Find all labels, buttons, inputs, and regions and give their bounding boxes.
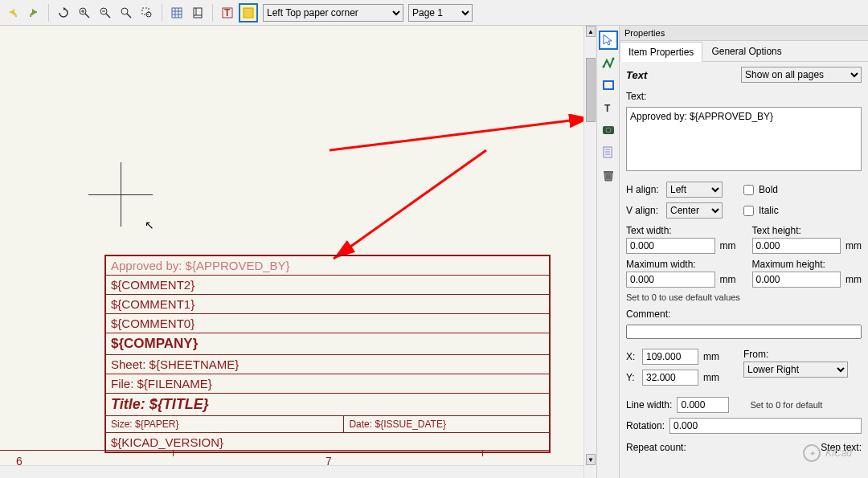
- rotation-label: Rotation:: [626, 420, 665, 431]
- wechat-icon: ✦: [803, 444, 821, 462]
- svg-text:T: T: [604, 103, 611, 114]
- grid-button[interactable]: [167, 3, 186, 22]
- page-setup-button[interactable]: [188, 3, 207, 22]
- x-input[interactable]: [642, 349, 698, 365]
- svg-line-8: [127, 14, 131, 18]
- y-label: Y:: [626, 372, 637, 383]
- title-block[interactable]: Approved by: ${APPROVED_BY} ${COMMENT2} …: [104, 255, 551, 453]
- svg-point-30: [612, 127, 613, 129]
- highlight-mode-button[interactable]: [239, 3, 258, 22]
- image-tool[interactable]: [599, 121, 618, 140]
- refresh-button[interactable]: [54, 3, 73, 22]
- page-select[interactable]: Page 1: [408, 4, 473, 22]
- zoom-region-button[interactable]: [137, 3, 157, 22]
- scroll-thumb[interactable]: [586, 58, 596, 122]
- title-block-size-date: Size: ${PAPER}Date: ${ISSUE_DATE}: [106, 415, 549, 432]
- default-note: Set to 0 to use default values: [626, 292, 862, 302]
- textwidth-input[interactable]: [626, 238, 715, 254]
- from-label: From:: [743, 349, 768, 360]
- title-block-sheet: Sheet: ${SHEETNAME}: [106, 354, 549, 374]
- halign-select[interactable]: Left: [666, 182, 723, 198]
- svg-point-29: [606, 128, 611, 133]
- vertical-scrollbar[interactable]: ▲ ▼: [583, 26, 596, 478]
- line-tool[interactable]: [599, 53, 618, 72]
- title-block-comment1: ${COMMENT1}: [106, 294, 549, 313]
- show-on-pages-select[interactable]: Show on all pages: [741, 67, 862, 83]
- svg-rect-11: [172, 8, 182, 18]
- rotation-input[interactable]: [669, 418, 862, 434]
- svg-line-1: [85, 14, 89, 18]
- origin-select[interactable]: Left Top paper corner: [263, 4, 403, 22]
- text-input[interactable]: [626, 107, 862, 171]
- halign-label: H align:: [626, 184, 661, 195]
- maxheight-label: Maximum height:: [752, 259, 862, 270]
- tab-item-properties[interactable]: Item Properties: [620, 42, 702, 62]
- svg-line-23: [334, 150, 486, 259]
- svg-rect-16: [194, 8, 202, 18]
- pointer-icon: ↖: [145, 219, 154, 231]
- linewidth-note: Set to 0 for default: [750, 400, 822, 410]
- svg-point-24: [602, 66, 604, 68]
- horizontal-scrollbar[interactable]: [0, 465, 583, 478]
- svg-line-5: [106, 14, 110, 18]
- y-input[interactable]: [642, 370, 698, 386]
- title-block-title: Title: ${TITLE}: [106, 393, 549, 415]
- title-block-comment0: ${COMMENT0}: [106, 313, 549, 333]
- comment-label: Comment:: [626, 308, 670, 320]
- tool-palette: T: [596, 26, 619, 478]
- maxwidth-label: Maximum width:: [626, 259, 736, 270]
- scroll-up-icon[interactable]: ▲: [586, 26, 596, 37]
- svg-line-22: [330, 118, 583, 150]
- ruler-tick: [173, 450, 174, 456]
- svg-rect-26: [604, 81, 613, 89]
- linewidth-input[interactable]: [677, 397, 729, 413]
- text-tool[interactable]: T: [599, 98, 618, 117]
- panel-title: Properties: [620, 26, 868, 41]
- section-heading-text: Text: [626, 69, 647, 81]
- text-label: Text:: [626, 91, 646, 102]
- properties-panel: Properties Item Properties General Optio…: [619, 26, 868, 478]
- zoom-out-button[interactable]: [96, 3, 115, 22]
- undo-button[interactable]: [3, 3, 23, 22]
- repeat-label: Repeat count:: [626, 442, 686, 453]
- svg-rect-9: [142, 8, 149, 14]
- rect-tool[interactable]: [599, 76, 618, 95]
- maxheight-input[interactable]: [752, 272, 841, 288]
- select-tool[interactable]: [599, 31, 618, 50]
- append-tool[interactable]: [599, 143, 618, 162]
- delete-tool[interactable]: [599, 165, 618, 185]
- scroll-down-icon[interactable]: ▼: [586, 454, 596, 465]
- redo-button[interactable]: [24, 3, 43, 22]
- italic-label: Italic: [759, 205, 779, 216]
- valign-select[interactable]: Center: [666, 202, 723, 219]
- zoom-fit-button[interactable]: [117, 3, 136, 22]
- svg-point-7: [121, 8, 128, 14]
- title-block-company: ${COMPANY}: [106, 333, 549, 354]
- svg-point-25: [612, 58, 614, 60]
- valign-label: V align:: [626, 205, 661, 216]
- comment-input[interactable]: [626, 325, 862, 339]
- maxwidth-input[interactable]: [626, 272, 715, 288]
- tabs: Item Properties General Options: [620, 41, 868, 62]
- canvas-area[interactable]: ↖ Approved by: ${APPROVED_BY} ${COMMENT2…: [0, 26, 583, 478]
- italic-checkbox[interactable]: [743, 206, 754, 216]
- textheight-label: Text height:: [752, 225, 862, 236]
- x-label: X:: [626, 351, 637, 362]
- watermark: ✦ KiCad: [803, 444, 852, 462]
- from-select[interactable]: Lower Right: [743, 362, 848, 378]
- textwidth-label: Text width:: [626, 225, 736, 236]
- svg-rect-21: [244, 8, 253, 18]
- linewidth-label: Line width:: [626, 399, 672, 411]
- textheight-input[interactable]: [752, 238, 841, 254]
- bold-label: Bold: [759, 184, 778, 195]
- title-block-file: File: ${FILENAME}: [106, 374, 549, 393]
- tab-general-options[interactable]: General Options: [702, 41, 790, 61]
- zoom-in-button[interactable]: [75, 3, 94, 22]
- bold-checkbox[interactable]: [743, 185, 754, 195]
- text-mode-button[interactable]: T: [218, 3, 237, 22]
- ruler-edge: [0, 450, 551, 451]
- svg-text:T: T: [224, 7, 231, 18]
- annotation-arrow: [330, 146, 490, 267]
- svg-rect-35: [604, 171, 613, 173]
- title-block-version: ${KICAD_VERSION}: [106, 432, 549, 451]
